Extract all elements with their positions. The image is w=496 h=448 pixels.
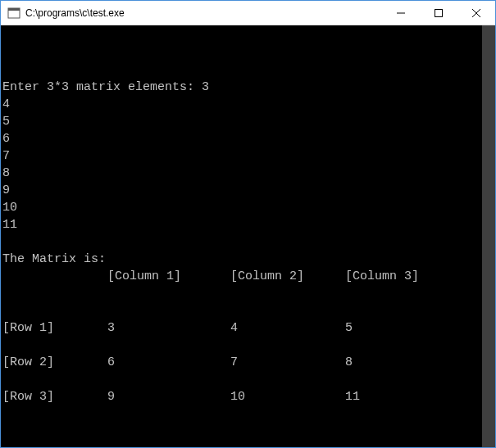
prompt-text: Enter 3*3 matrix elements: [2,80,202,94]
cell: 9 [107,388,230,405]
app-window: C:\programs\c\test.exe [0,0,496,448]
cell: 10 [230,388,345,405]
titlebar-left: C:\programs\c\test.exe [1,7,125,20]
input-value: 11 [2,218,17,232]
scrollbar-thumb[interactable] [482,25,495,447]
matrix-row: [Row 3]91011 [2,388,495,405]
cell: 5 [345,319,353,337]
column-headers-row: [Column 1][Column 2][Column 3] [2,268,495,285]
close-icon [472,9,480,17]
svg-rect-3 [435,9,443,16]
console-content: Enter 3*3 matrix elements: 3 4 5 6 7 8 9… [2,79,495,447]
matrix-row: [Row 2]678 [2,354,495,371]
col-spacer [2,268,107,285]
app-icon [7,7,20,20]
cell: 7 [230,354,345,371]
cell: 11 [345,388,360,405]
input-value: 3 [202,80,209,94]
titlebar[interactable]: C:\programs\c\test.exe [1,1,495,25]
input-value: 8 [2,166,10,180]
console-area[interactable]: Enter 3*3 matrix elements: 3 4 5 6 7 8 9… [1,25,495,447]
row-label: [Row 2] [2,354,107,371]
row-label: [Row 1] [2,319,107,337]
cell: 8 [345,354,353,371]
input-value: 9 [2,183,10,197]
maximize-icon [435,9,443,17]
row-label: [Row 3] [2,388,107,405]
maximize-button[interactable] [420,1,457,25]
window-controls [382,1,495,25]
input-value: 6 [2,132,10,146]
matrix-header: The Matrix is: [2,252,106,266]
cell: 6 [107,354,230,371]
scrollbar[interactable] [482,25,495,447]
input-value: 5 [2,115,10,129]
close-button[interactable] [457,1,495,25]
col-header: [Column 1] [107,268,230,285]
minimize-button[interactable] [382,1,420,25]
cell: 3 [107,319,230,337]
window-title: C:\programs\c\test.exe [25,7,125,19]
input-value: 4 [2,97,10,111]
cell: 4 [230,319,345,337]
matrix-row: [Row 1]345 [2,319,495,337]
svg-rect-1 [8,8,20,11]
minimize-icon [397,9,405,17]
input-value: 7 [2,149,10,163]
col-header: [Column 2] [230,268,345,285]
col-header: [Column 3] [345,268,419,285]
input-value: 10 [2,201,17,215]
